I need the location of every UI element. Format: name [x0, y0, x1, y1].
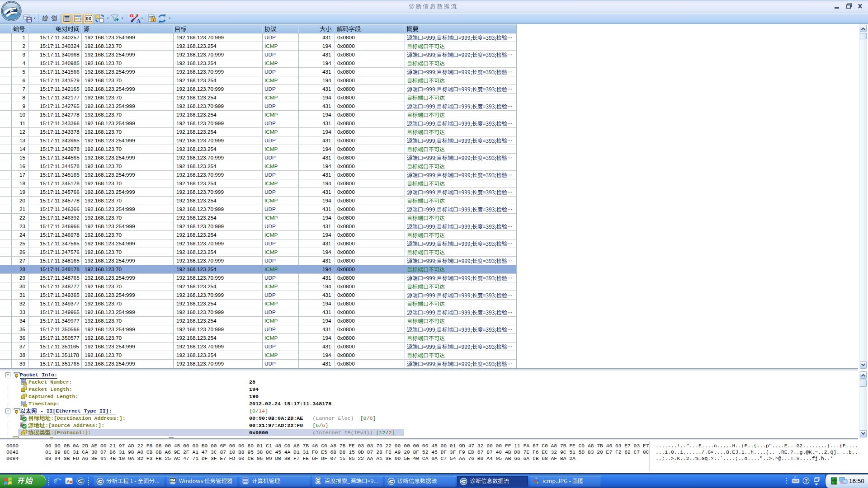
svg-text:0X: 0X	[86, 16, 92, 21]
svg-text:A: A	[137, 18, 141, 24]
svg-text:?: ?	[805, 478, 808, 483]
svg-text:e: e	[66, 478, 69, 484]
